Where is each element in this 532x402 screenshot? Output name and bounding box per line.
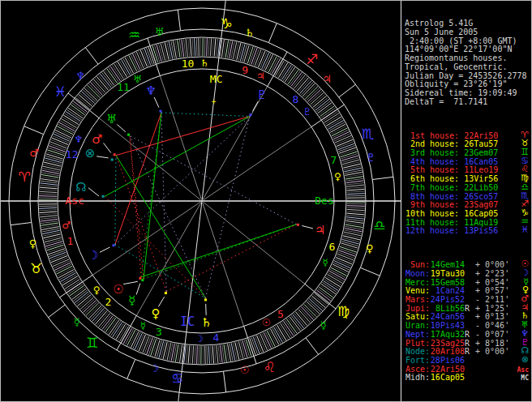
panel-divider [401,1,401,401]
svg-text:11: 11 [117,81,130,93]
svg-text:♂: ♂ [92,132,102,147]
svg-text:☉: ☉ [262,317,271,328]
svg-text:☿: ☿ [320,319,327,331]
svg-text:♇: ♇ [367,152,376,164]
svg-text:♎: ♎ [373,217,385,233]
svg-text:12: 12 [66,148,79,160]
svg-text:♋: ♋ [171,370,183,387]
svg-text:♒: ♒ [128,27,140,43]
svg-text:☉: ☉ [113,282,123,297]
svg-text:♐: ♐ [306,51,318,67]
planet-glyph-icon: ⊗ [521,356,529,365]
svg-text:9: 9 [242,64,248,76]
planet-glyph-icon: MC [521,374,529,383]
house-label: house: [425,165,464,174]
houses-block: 1st house: 22Ari50♈2nd house: 26Tau57♉3r… [405,132,530,236]
svg-text:☽: ☽ [88,248,98,263]
svg-text:♄: ♄ [201,315,212,330]
house-value: 22Ari50 [464,131,498,140]
house-number: 7th [405,184,425,193]
svg-text:☿: ☿ [140,320,146,331]
house-label: house: [425,209,464,218]
house-value: 16Can05 [464,157,498,166]
svg-text:♆: ♆ [146,83,157,98]
svg-text:♃: ♃ [256,71,265,82]
planet-velocity: - 0°07' [470,331,509,340]
svg-text:♃: ♃ [322,73,332,85]
planet-name: Nept: [405,331,430,340]
retrograde-flag: R [465,331,470,340]
svg-text:Des: Des [315,195,333,207]
svg-text:☽: ☽ [150,362,160,374]
planet-row: Fort:28Pis06⊗ [405,357,530,366]
svg-text:5: 5 [277,308,284,320]
house-label: house: [425,183,464,192]
planet-velocity: + 0°00' [470,348,509,357]
planet-row: Nept:17Aqu32R - 0°07'♆ [405,331,530,340]
house-label: house: [425,218,464,227]
svg-text:♀: ♀ [334,171,341,182]
retrograde-flag: R [465,348,470,357]
planets-block: Sun:14Gem14 + 0°00'☉Moon:19Tau30 + 2°23'… [405,261,530,383]
house-value: 23Gem07 [464,148,498,157]
svg-text:7: 7 [331,154,337,166]
house-value: 22Lib50 [464,183,498,192]
header-block: Astrolog 5.41GSun 5 June 2005 2:40:00 (S… [405,19,530,106]
svg-text:♆: ♆ [74,134,83,145]
sign-glyph-icon: ♓ [521,226,529,235]
header-line: DeltaT = 71.7141 [405,98,530,107]
svg-text:♅: ♅ [155,26,165,38]
svg-text:IC: IC [180,314,195,329]
svg-text:3: 3 [156,326,162,338]
svg-text:1: 1 [67,235,74,247]
svg-text:☊: ☊ [75,180,86,195]
info-panel: Astrolog 5.41GSun 5 June 2005 2:40:00 (S… [405,2,530,402]
house-label: house: [425,157,464,166]
svg-text:☿: ☿ [128,293,135,308]
svg-text:♂: ♂ [29,147,39,159]
house-label: house: [425,174,464,183]
svg-text:☽: ☽ [195,333,204,344]
house-value: 11Aqu19 [464,218,498,227]
svg-text:☿: ☿ [323,257,328,268]
house-row: 12th house: 13Pis56♓ [405,227,530,236]
svg-text:♌: ♌ [264,359,276,375]
house-value: 26Sco57 [464,192,498,201]
svg-text:♀: ♀ [152,306,161,321]
svg-text:♃: ♃ [315,223,325,237]
house-value: 26Tau57 [464,139,498,148]
planet-name: Midh: [405,374,430,383]
svg-text:♀: ♀ [93,284,101,296]
svg-text:2: 2 [105,296,112,308]
svg-text:♑: ♑ [220,15,232,32]
svg-text:Asc: Asc [65,195,84,207]
planet-name: Fort: [405,357,430,366]
svg-text:8: 8 [293,93,299,105]
svg-text:♍: ♍ [337,303,350,319]
svg-text:♅: ♅ [133,74,142,85]
svg-text:6: 6 [328,241,335,253]
house-value: 13Vir56 [464,174,498,183]
header-line: Sidereal time: 19:09:49 [405,89,530,98]
svg-text:♂: ♂ [62,220,71,231]
retrograde-flag: R [465,305,470,314]
svg-text:☿: ☿ [74,316,80,328]
house-value: 16Cap05 [464,209,498,218]
svg-text:♀: ♀ [29,237,37,250]
planet-position: 17Aqu32 [430,331,465,340]
svg-text:♇: ♇ [302,106,311,118]
astrolog-window: ♈♂♉♀♊☿♋☽♌☉♍☿♎♀♏♇♐♃♑♄♒♅♓♆1♂2♀3☿4☽5☉6☿7♀8♇… [0,0,532,402]
svg-text:♄: ♄ [200,58,209,69]
house-label: house: [425,200,464,209]
aspect-lines [105,113,296,298]
svg-text:♉: ♉ [30,260,42,276]
svg-text:♆: ♆ [75,70,85,82]
svg-text:♄: ♄ [245,27,255,39]
chart-wheel: ♈♂♉♀♊☿♋☽♌☉♍☿♎♀♏♇♐♃♑♄♒♅♓♆1♂2♀3☿4☽5☉6☿7♀8♇… [1,1,401,401]
planet-row: Midh:16Cap05MC [405,374,530,383]
svg-text:♓: ♓ [54,83,66,100]
planet-position: 28Pis06 [430,357,465,366]
house-label: house: [425,226,464,235]
wheel-svg: ♈♂♉♀♊☿♋☽♌☉♍☿♎♀♏♇♐♃♑♄♒♅♓♆1♂2♀3☿4☽5☉6☿7♀8♇… [1,1,401,401]
house-number: 12th [405,227,425,236]
